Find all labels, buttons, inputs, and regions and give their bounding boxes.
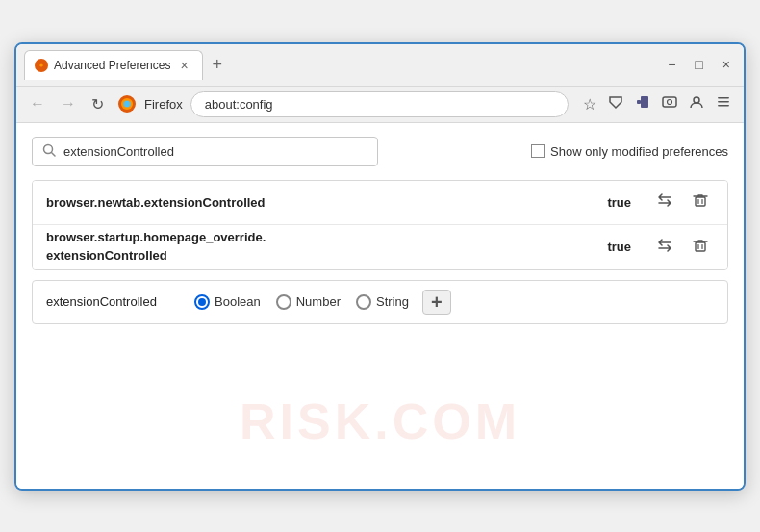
pref-name-2: browser.startup.homepage_override.extens… — [46, 229, 607, 264]
title-bar: Advanced Preferences × + − □ × — [16, 44, 744, 87]
svg-rect-6 — [663, 97, 676, 107]
svg-rect-14 — [696, 197, 705, 206]
svg-point-3 — [124, 101, 131, 108]
svg-point-7 — [668, 100, 672, 105]
screenshot-button[interactable] — [657, 91, 682, 116]
bookmark-button[interactable]: ☆ — [578, 92, 601, 116]
toggle-button-1[interactable] — [650, 189, 679, 215]
svg-rect-4 — [637, 100, 641, 104]
preferences-table: browser.newtab.extensionControlled true — [32, 180, 728, 270]
delete-button-2[interactable] — [687, 235, 714, 260]
radio-boolean[interactable]: Boolean — [194, 294, 261, 310]
pref-value-1: true — [607, 195, 631, 210]
delete-button-1[interactable] — [687, 190, 714, 215]
firefox-label: Firefox — [144, 97, 183, 112]
tab-title: Advanced Preferences — [54, 59, 170, 72]
tab-favicon — [35, 59, 48, 72]
back-button[interactable]: ← — [24, 92, 51, 115]
toggle-icon-2 — [656, 241, 673, 257]
hamburger-icon — [716, 96, 731, 113]
radio-number-circle — [276, 294, 291, 310]
toggle-button-2[interactable] — [650, 234, 679, 261]
radio-number[interactable]: Number — [276, 294, 341, 310]
svg-rect-10 — [718, 101, 729, 103]
watermark: RISK.COM — [240, 393, 520, 450]
forward-button[interactable]: → — [55, 92, 82, 115]
radio-string-circle — [356, 294, 371, 310]
new-pref-name: extensionControlled — [46, 294, 181, 309]
pocket-button[interactable] — [603, 91, 628, 116]
new-tab-button[interactable]: + — [207, 53, 229, 77]
window-controls: − □ × — [662, 55, 736, 74]
radio-number-label: Number — [296, 294, 341, 309]
table-row: browser.startup.homepage_override.extens… — [33, 225, 727, 269]
firefox-logo — [117, 94, 137, 114]
svg-line-13 — [52, 152, 56, 156]
show-modified-option: Show only modified preferences — [531, 144, 728, 159]
trash-icon-1 — [693, 194, 708, 211]
radio-string[interactable]: String — [356, 294, 409, 310]
add-preference-row: extensionControlled Boolean Number Strin… — [32, 280, 728, 324]
toggle-icon-1 — [656, 195, 673, 212]
refresh-button[interactable]: ↻ — [86, 92, 110, 116]
radio-string-label: String — [376, 294, 409, 309]
search-row: Show only modified preferences — [32, 137, 728, 166]
tab-area: Advanced Preferences × + — [24, 50, 654, 80]
type-radio-group: Boolean Number String — [194, 294, 409, 310]
radio-boolean-circle — [194, 294, 210, 310]
address-bar[interactable] — [190, 91, 569, 117]
pref-actions-1 — [650, 189, 714, 215]
back-icon: ← — [30, 95, 45, 113]
show-modified-checkbox[interactable] — [531, 144, 545, 158]
svg-rect-9 — [718, 97, 729, 99]
forward-icon: → — [61, 95, 76, 113]
add-preference-button[interactable]: + — [422, 290, 451, 315]
search-box-container — [32, 137, 378, 166]
refresh-icon: ↻ — [91, 95, 104, 114]
pref-value-2: true — [607, 240, 631, 254]
tab-close-button[interactable]: × — [176, 56, 191, 75]
radio-boolean-label: Boolean — [215, 294, 261, 309]
minimize-button[interactable]: − — [662, 55, 681, 74]
pocket-icon — [608, 96, 623, 113]
close-button[interactable]: × — [717, 55, 736, 74]
table-row: browser.newtab.extensionControlled true — [33, 181, 727, 225]
bookmark-icon: ☆ — [583, 96, 596, 113]
menu-button[interactable] — [711, 91, 736, 116]
svg-rect-5 — [641, 96, 648, 108]
svg-point-8 — [694, 97, 699, 103]
browser-window: Advanced Preferences × + − □ × ← → ↻ Fir… — [14, 42, 746, 491]
pref-actions-2 — [650, 234, 714, 261]
trash-icon-2 — [693, 240, 708, 256]
svg-rect-17 — [696, 242, 705, 251]
pref-name-1: browser.newtab.extensionControlled — [46, 195, 607, 210]
profile-button[interactable] — [684, 91, 709, 116]
svg-rect-11 — [718, 105, 729, 107]
screenshot-icon — [662, 96, 677, 113]
content-area: RISK.COM Show only modified preferences — [16, 123, 744, 489]
show-modified-label: Show only modified preferences — [550, 144, 728, 159]
maximize-button[interactable]: □ — [689, 55, 708, 74]
nav-icons: ☆ — [578, 91, 736, 116]
active-tab[interactable]: Advanced Preferences × — [24, 50, 203, 80]
extension-icon — [635, 96, 650, 113]
profile-icon — [689, 96, 704, 113]
nav-bar: ← → ↻ Firefox ☆ — [16, 87, 744, 123]
search-input[interactable] — [63, 144, 367, 159]
extension-button[interactable] — [630, 91, 655, 116]
search-icon — [42, 143, 56, 160]
